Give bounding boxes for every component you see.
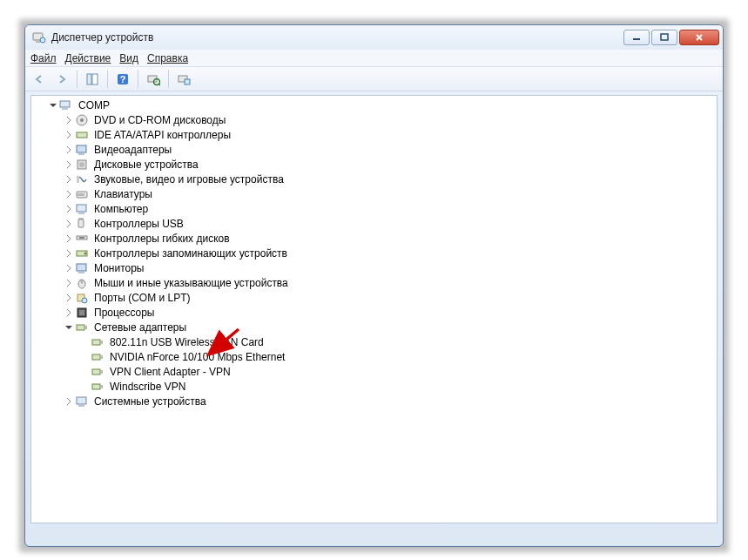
titlebar[interactable]: Диспетчер устройств <box>25 25 723 50</box>
expander-icon[interactable] <box>63 129 75 141</box>
svg-rect-29 <box>78 213 84 214</box>
device-manager-window: Диспетчер устройств Файл Действие Вид Сп… <box>24 24 724 547</box>
svg-rect-49 <box>100 355 103 359</box>
network-adapter-icon <box>91 365 104 379</box>
tree-category[interactable]: Звуковые, видео и игровые устройства <box>31 172 717 186</box>
expander-icon[interactable] <box>63 188 75 200</box>
show-hidden-button[interactable] <box>173 70 194 89</box>
expander-icon[interactable] <box>47 99 59 111</box>
svg-rect-52 <box>92 384 100 389</box>
expander-icon[interactable] <box>63 277 75 289</box>
device-tree: COMP DVD и CD-ROM дисководыIDE ATA/ATAPI… <box>31 98 717 408</box>
device-category-icon <box>75 232 89 246</box>
close-button[interactable] <box>679 30 719 45</box>
device-category-icon <box>75 291 89 305</box>
show-hide-tree-button[interactable] <box>82 70 103 89</box>
tree-label: Процессоры <box>92 307 157 319</box>
expander-icon[interactable] <box>63 307 75 319</box>
svg-rect-4 <box>661 34 668 40</box>
tree-device[interactable]: 802.11n USB Wireless LAN Card <box>31 334 717 349</box>
expander-icon[interactable] <box>63 159 75 171</box>
tree-label: Мониторы <box>92 262 145 274</box>
tree-label: Мыши и иные указывающие устройства <box>92 277 290 289</box>
svg-rect-43 <box>79 310 84 315</box>
device-category-icon <box>75 217 89 231</box>
tree-category[interactable]: Контроллеры гибких дисков <box>31 231 717 246</box>
device-category-icon <box>75 187 89 201</box>
help-button[interactable]: ? <box>112 70 133 89</box>
expander-icon[interactable] <box>63 218 75 230</box>
tree-category[interactable]: Клавиатуры <box>31 186 717 201</box>
svg-rect-17 <box>77 132 87 138</box>
tree-category[interactable]: Контроллеры USB <box>31 216 717 231</box>
svg-rect-44 <box>77 325 84 330</box>
toolbar: ? <box>25 67 723 91</box>
tree-category-network[interactable]: Сетевые адаптеры <box>31 320 717 334</box>
minimize-button[interactable] <box>623 30 650 45</box>
network-adapter-icon <box>91 380 104 394</box>
computer-icon <box>59 98 73 112</box>
device-category-icon <box>75 202 89 216</box>
device-category-icon <box>75 276 89 290</box>
tree-root[interactable]: COMP <box>31 98 717 112</box>
svg-rect-53 <box>100 385 103 388</box>
tree-category[interactable]: DVD и CD-ROM дисководы <box>31 112 717 127</box>
device-category-icon <box>75 158 89 172</box>
svg-rect-54 <box>77 397 86 404</box>
system-device-icon <box>75 395 89 408</box>
svg-rect-5 <box>87 74 91 84</box>
tree-category[interactable]: Мыши и иные указывающие устройства <box>31 275 717 290</box>
maximize-button[interactable] <box>651 30 677 45</box>
tree-category[interactable]: Порты (COM и LPT) <box>31 290 717 305</box>
svg-rect-32 <box>79 237 84 239</box>
svg-rect-47 <box>100 341 103 344</box>
menu-view[interactable]: Вид <box>119 52 138 64</box>
forward-button[interactable] <box>51 70 72 89</box>
expander-icon[interactable] <box>63 395 75 408</box>
tree-label: Дисковые устройства <box>92 159 200 171</box>
svg-rect-55 <box>78 405 84 407</box>
menu-help[interactable]: Справка <box>147 52 188 64</box>
tree-device[interactable]: NVIDIA nForce 10/100 Mbps Ethernet <box>31 349 717 364</box>
tree-category[interactable]: Дисковые устройства <box>31 157 717 172</box>
tree-device[interactable]: Windscribe VPN <box>31 379 717 394</box>
expander-icon[interactable] <box>63 247 75 260</box>
svg-rect-13 <box>60 101 70 107</box>
tree-category[interactable]: Мониторы <box>31 260 717 275</box>
tree-category[interactable]: Процессоры <box>31 305 717 320</box>
network-adapter-icon <box>91 350 104 364</box>
svg-rect-35 <box>77 264 86 271</box>
expander-icon[interactable] <box>63 114 75 126</box>
expander-icon[interactable] <box>63 203 75 215</box>
expander-icon[interactable] <box>63 173 75 186</box>
svg-point-16 <box>80 118 84 122</box>
tree-label: Контроллеры запоминающих устройств <box>92 247 289 260</box>
tree-category[interactable]: Видеоадаптеры <box>31 142 717 157</box>
expander-icon[interactable] <box>63 144 75 156</box>
tree-category[interactable]: Компьютер <box>31 201 717 216</box>
expander-icon[interactable] <box>63 233 75 245</box>
expander-icon[interactable] <box>63 262 75 274</box>
tree-label: Порты (COM и LPT) <box>92 292 192 304</box>
tree-label: Видеоадаптеры <box>92 144 173 156</box>
device-tree-pane[interactable]: COMP DVD и CD-ROM дисководыIDE ATA/ATAPI… <box>30 95 718 523</box>
expander-icon[interactable] <box>63 321 75 334</box>
tree-label: 802.11n USB Wireless LAN Card <box>108 336 266 348</box>
svg-rect-12 <box>185 79 190 84</box>
tree-label: VPN Client Adapter - VPN <box>108 366 232 378</box>
device-manager-icon <box>32 30 46 44</box>
tree-category[interactable]: IDE ATA/ATAPI контроллеры <box>31 127 717 142</box>
back-button[interactable] <box>29 70 50 89</box>
device-category-icon <box>75 172 89 186</box>
tree-label: NVIDIA nForce 10/100 Mbps Ethernet <box>108 351 286 363</box>
tree-category[interactable]: Системные устройства <box>31 394 717 408</box>
svg-rect-45 <box>84 326 87 329</box>
tree-device[interactable]: VPN Client Adapter - VPN <box>31 364 717 379</box>
svg-rect-3 <box>633 38 640 40</box>
menu-file[interactable]: Файл <box>30 52 57 64</box>
svg-rect-46 <box>92 340 100 345</box>
tree-category[interactable]: Контроллеры запоминающих устройств <box>31 246 717 260</box>
expander-icon[interactable] <box>63 292 75 304</box>
menu-action[interactable]: Действие <box>65 52 111 64</box>
scan-hardware-button[interactable] <box>143 70 164 89</box>
